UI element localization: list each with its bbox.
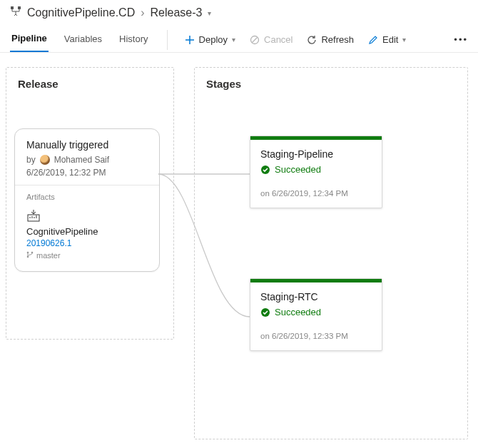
artifacts-label: Artifacts [26,193,148,201]
plus-icon [185,35,195,45]
branch-icon [26,251,34,260]
success-icon [260,165,270,175]
artifact-version-link[interactable]: 20190626.1 [26,238,148,248]
release-timestamp: 6/26/2019, 12:32 PM [26,168,148,178]
artifact-branch: master [36,251,61,260]
separator [167,30,168,50]
cancel-button: Cancel [250,34,293,45]
chevron-down-icon[interactable]: ▾ [208,9,211,17]
breadcrumb-release[interactable]: Release-3 [151,6,203,19]
artifact-name: CognitivePipeline [26,226,148,237]
tab-pipeline[interactable]: Pipeline [10,27,49,52]
svg-line-3 [253,37,258,42]
more-button[interactable]: ••• [454,34,468,45]
svg-point-6 [31,252,34,254]
svg-rect-0 [11,6,14,9]
stage-name: Staging-RTC [260,291,372,302]
stage-card-staging-rtc[interactable]: Staging-RTC Succeeded on 6/26/2019, 12:3… [250,278,382,351]
refresh-button[interactable]: Refresh [307,34,354,45]
chevron-down-icon: ▾ [232,36,235,44]
ellipsis-icon: ••• [454,34,468,45]
stage-card-staging-pipeline[interactable]: Staging-Pipeline Succeeded on 6/26/2019,… [250,136,382,208]
svg-point-5 [27,252,29,254]
deploy-label: Deploy [199,34,228,45]
refresh-icon [307,35,317,45]
stage-name: Staging-Pipeline [260,148,372,160]
command-bar: Pipeline Variables History Deploy ▾ Canc… [0,23,478,53]
breadcrumb: CognitivePipeline.CD › Release-3 ▾ [0,0,478,23]
release-author: Mohamed Saif [54,155,109,165]
stages-panel: Stages [194,67,468,439]
breadcrumb-project[interactable]: CognitivePipeline.CD [27,6,135,19]
edit-icon [368,35,378,45]
by-label: by [26,155,36,165]
stage-status: Succeeded [275,307,321,317]
artifact-icon [26,214,41,225]
svg-rect-1 [18,6,21,9]
cancel-icon [250,35,260,45]
tab-variables[interactable]: Variables [63,28,103,51]
release-trigger: Manually triggered [26,139,148,151]
chevron-down-icon: ▾ [402,36,406,44]
deploy-button[interactable]: Deploy ▾ [185,34,235,45]
pipeline-canvas: Release Stages Manually triggered by Moh… [0,53,478,448]
svg-rect-4 [28,215,39,221]
edit-label: Edit [382,34,398,45]
release-pipeline-icon [10,6,21,20]
release-card[interactable]: Manually triggered by Mohamed Saif 6/26/… [14,128,160,272]
refresh-label: Refresh [321,34,354,45]
stage-status: Succeeded [275,164,321,175]
tab-history[interactable]: History [118,28,149,51]
cancel-label: Cancel [264,34,293,45]
chevron-right-icon: › [141,6,144,19]
avatar [40,155,50,165]
stages-panel-title: Stages [195,68,467,97]
stage-timestamp: on 6/26/2019, 12:34 PM [250,180,382,208]
release-panel-title: Release [6,68,173,97]
success-icon [260,307,270,317]
edit-button[interactable]: Edit ▾ [368,34,406,45]
stage-timestamp: on 6/26/2019, 12:33 PM [250,323,382,350]
